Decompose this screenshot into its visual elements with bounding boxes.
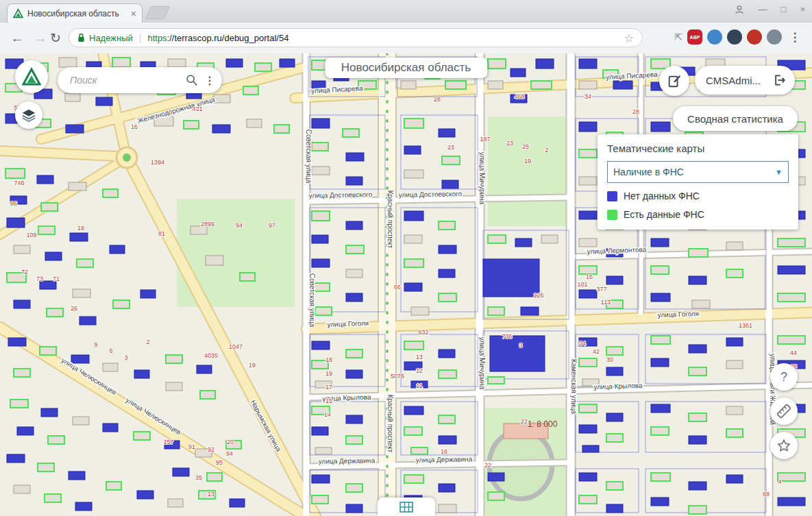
svg-text:Советская улица: Советская улица <box>308 273 316 328</box>
help-button[interactable]: ? <box>770 363 798 391</box>
minimize-button[interactable]: — <box>759 3 767 16</box>
svg-text:746: 746 <box>14 180 24 186</box>
svg-text:19: 19 <box>524 158 531 164</box>
reload-button[interactable]: ↻ <box>45 28 66 49</box>
legend-swatch-no-data <box>607 191 617 201</box>
svg-text:109: 109 <box>26 232 36 238</box>
region-title: Новосибирская область <box>341 61 471 75</box>
globe-extension-icon[interactable] <box>707 29 722 45</box>
legend-label-has-data: Есть данные ФНС <box>624 209 704 220</box>
svg-text:5076: 5076 <box>391 373 404 380</box>
svg-text:13: 13 <box>208 491 214 497</box>
profile-avatar-icon[interactable] <box>734 4 745 15</box>
new-tab-button[interactable] <box>145 6 171 19</box>
bottom-grid-button[interactable] <box>378 497 435 516</box>
close-window-button[interactable]: × <box>800 3 805 16</box>
svg-text:Красный проспект: Красный проспект <box>386 395 394 453</box>
svg-text:15: 15 <box>325 397 332 404</box>
svg-text:97: 97 <box>269 222 275 229</box>
svg-text:81: 81 <box>158 230 165 237</box>
browser-toolbar: ← → ↻ Надежный | https://terrascop.ru/de… <box>0 23 812 54</box>
svg-text:44: 44 <box>790 349 797 356</box>
svg-text:126: 126 <box>533 292 543 299</box>
svg-text:улица Достоевского: улица Достоевского <box>399 190 463 199</box>
svg-text:30: 30 <box>606 356 613 363</box>
search-icon[interactable] <box>185 73 199 87</box>
back-button[interactable]: ← <box>7 28 27 49</box>
svg-text:431: 431 <box>192 106 202 112</box>
browser-tab[interactable]: Новосибирская область × <box>7 3 143 23</box>
page-url: https://terrascop.ru/debug_portal/54 <box>147 33 288 43</box>
measure-button[interactable] <box>770 397 798 425</box>
svg-text:18: 18 <box>325 356 332 363</box>
tab-close-button[interactable]: × <box>131 9 136 19</box>
help-icon: ? <box>780 370 787 384</box>
address-bar[interactable]: Надежный | https://terrascop.ru/debug_po… <box>69 28 643 47</box>
page-action-icon[interactable]: ⇱ <box>674 32 682 42</box>
extension-icon-dark[interactable] <box>727 29 742 45</box>
svg-text:35: 35 <box>195 474 202 481</box>
adblock-extension-icon[interactable]: ABP <box>687 29 702 45</box>
user-button[interactable]: CMSAdmi... <box>695 66 795 95</box>
bookmark-star-icon[interactable]: ☆ <box>624 32 634 45</box>
svg-text:101: 101 <box>577 281 587 288</box>
legend-item-has-data: Есть данные ФНС <box>607 209 789 220</box>
user-button-label: CMSAdmi... <box>706 75 761 86</box>
svg-text:632: 632 <box>418 329 428 336</box>
thematic-select[interactable]: Наличие в ФНС ▼ <box>607 161 789 183</box>
edit-button[interactable] <box>659 66 689 96</box>
svg-text:73: 73 <box>36 275 43 282</box>
svg-text:2899: 2899 <box>201 221 214 228</box>
svg-text:улица Державина: улица Державина <box>416 455 473 463</box>
svg-text:42: 42 <box>593 348 600 355</box>
svg-text:71: 71 <box>53 275 60 282</box>
svg-text:23: 23 <box>506 140 513 147</box>
address-separator: | <box>139 32 142 43</box>
logo-button[interactable] <box>15 60 48 93</box>
svg-text:3: 3 <box>124 354 127 361</box>
svg-text:16: 16 <box>586 273 593 280</box>
ruler-icon <box>776 403 792 419</box>
search-input[interactable] <box>69 74 185 86</box>
extension-icon-gray[interactable] <box>767 29 782 45</box>
browser-tab-strip: Новосибирская область × — □ × <box>0 0 812 23</box>
window-controls: — □ × <box>734 3 805 16</box>
svg-text:66: 66 <box>394 284 401 291</box>
svg-text:4: 4 <box>778 478 781 485</box>
svg-text:25: 25 <box>522 143 529 150</box>
svg-text:20: 20 <box>227 439 234 445</box>
search-bar[interactable]: ⋮ <box>58 67 222 93</box>
svg-text:16: 16 <box>441 448 447 455</box>
browser-menu-button[interactable]: ⋮ <box>786 28 804 47</box>
extensions-row: ⇱ ABP <box>674 29 782 45</box>
region-title-banner: Новосибирская область <box>325 58 487 78</box>
svg-text:12: 12 <box>416 367 423 374</box>
svg-text:1047: 1047 <box>229 343 243 350</box>
map-area[interactable]: улица Писареваулица ПисареваЖелезнодорож… <box>0 53 812 516</box>
pdf-extension-icon[interactable] <box>747 29 762 45</box>
terrascope-logo-icon <box>22 67 41 86</box>
favorites-button[interactable] <box>770 432 798 459</box>
tab-title: Новосибирская область <box>27 9 127 19</box>
svg-text:14: 14 <box>324 411 331 418</box>
logout-icon[interactable] <box>773 73 787 87</box>
thematic-maps-panel: Тематические карты Наличие в ФНС ▼ Нет д… <box>598 134 798 230</box>
stats-button[interactable]: Сводная статистика <box>673 106 798 131</box>
svg-text:9: 9 <box>94 341 97 348</box>
chevron-down-icon: ▼ <box>775 168 783 176</box>
search-menu-icon[interactable]: ⋮ <box>204 74 215 87</box>
svg-text:19: 19 <box>249 362 256 369</box>
svg-text:28: 28 <box>632 108 639 115</box>
svg-text:Каменская улица: Каменская улица <box>570 359 578 415</box>
svg-text:91: 91 <box>188 443 195 450</box>
legend-swatch-has-data <box>607 210 617 220</box>
svg-text:Советская улица: Советская улица <box>305 130 312 184</box>
maximize-button[interactable]: □ <box>781 3 787 16</box>
svg-text:улица Достоевского: улица Достоевского <box>309 191 373 199</box>
svg-text:26: 26 <box>71 305 77 312</box>
svg-text:34: 34 <box>585 93 591 100</box>
layers-button[interactable] <box>15 101 42 129</box>
svg-text:улица Гоголя: улица Гоголя <box>657 310 699 319</box>
svg-text:23: 23 <box>447 144 454 151</box>
thematic-select-value: Наличие в ФНС <box>613 167 684 177</box>
